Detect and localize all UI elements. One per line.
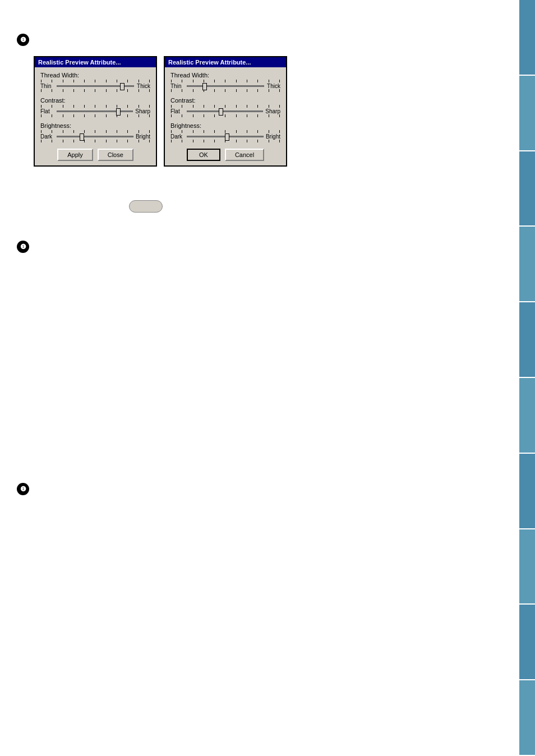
thread-left-label-left: Thin bbox=[40, 83, 54, 89]
bullet-3: ❶ bbox=[17, 483, 29, 495]
side-tab-2[interactable] bbox=[519, 76, 535, 151]
side-tab-6[interactable] bbox=[519, 378, 535, 454]
bullet-1: ❶ bbox=[17, 34, 29, 46]
thread-slider-row-right: Thin Thick bbox=[170, 83, 280, 89]
dialogs-row: Realistic Preview Attribute... Thread Wi… bbox=[34, 56, 502, 167]
brightness-label-right: Brightness: bbox=[170, 122, 280, 129]
cancel-button[interactable]: Cancel bbox=[225, 149, 264, 161]
thread-width-section-left: Thread Width: Thin Thick bbox=[40, 72, 150, 93]
brightness-label-left: Brightness: bbox=[40, 122, 150, 129]
main-content: ❶ Realistic Preview Attribute... Thread … bbox=[0, 0, 519, 756]
close-button[interactable]: Close bbox=[98, 149, 133, 161]
side-tab-8[interactable] bbox=[519, 529, 535, 605]
dialog-right-body: Thread Width: Thin Thick bbox=[165, 67, 286, 165]
brightness-section-right: Brightness: Dark Bright bbox=[170, 122, 280, 143]
brightness-right-label-right: Bright bbox=[266, 133, 280, 140]
thread-bottom-ticks-left bbox=[40, 89, 150, 93]
contrast-slider-row-right: Flat Sharp bbox=[170, 108, 280, 114]
side-tab-9[interactable] bbox=[519, 605, 535, 680]
brightness-right-label-left: Bright bbox=[136, 133, 150, 140]
dialog-left-body: Thread Width: Thin Thick bbox=[35, 67, 156, 165]
contrast-bottom-ticks-left bbox=[40, 114, 150, 118]
bullet-2: ❶ bbox=[17, 241, 29, 253]
contrast-track-right[interactable] bbox=[187, 110, 263, 112]
brightness-track-container-right[interactable] bbox=[187, 135, 264, 139]
contrast-left-label-right: Flat bbox=[170, 108, 185, 114]
brightness-track-right[interactable] bbox=[187, 136, 264, 137]
dialog-left-title: Realistic Preview Attribute... bbox=[38, 59, 121, 66]
contrast-section-right: Contrast: Flat Sharp bbox=[170, 97, 280, 118]
section-3: ❶ bbox=[17, 483, 502, 501]
brightness-track-container-left[interactable] bbox=[57, 135, 133, 139]
side-tab-7[interactable] bbox=[519, 454, 535, 529]
thread-width-section-right: Thread Width: Thin Thick bbox=[170, 72, 280, 93]
brightness-slider-row-right: Dark Bright bbox=[170, 133, 280, 140]
dialog-left-buttons: Apply Close bbox=[40, 149, 150, 161]
brightness-slider-row-left: Dark Bright bbox=[40, 133, 150, 140]
brightness-thumb-left[interactable] bbox=[80, 133, 84, 141]
brightness-left-label-right: Dark bbox=[170, 133, 185, 140]
thread-width-label-right: Thread Width: bbox=[170, 72, 280, 79]
contrast-label-left: Contrast: bbox=[40, 97, 150, 104]
side-tab-4[interactable] bbox=[519, 227, 535, 302]
brightness-thumb-right[interactable] bbox=[225, 133, 229, 141]
section-2: ❶ bbox=[17, 241, 502, 259]
contrast-thumb-right[interactable] bbox=[219, 108, 223, 116]
side-tab-1[interactable] bbox=[519, 0, 535, 76]
thread-slider-row-left: Thin Thick bbox=[40, 83, 150, 89]
apply-button[interactable]: Apply bbox=[57, 149, 93, 161]
brightness-section-left: Brightness: Dark Bright bbox=[40, 122, 150, 143]
side-tabs bbox=[519, 0, 535, 756]
brightness-bottom-ticks-left bbox=[40, 140, 150, 143]
thread-track-container-left[interactable] bbox=[57, 84, 134, 88]
contrast-track-left[interactable] bbox=[57, 110, 133, 112]
contrast-right-label-left: Sharp bbox=[135, 108, 150, 114]
brightness-track-left[interactable] bbox=[57, 136, 133, 137]
section-1: ❶ Realistic Preview Attribute... Thread … bbox=[17, 34, 502, 167]
pill-button[interactable] bbox=[129, 200, 163, 213]
thread-left-label-right: Thin bbox=[170, 83, 185, 89]
contrast-label-right: Contrast: bbox=[170, 97, 280, 104]
dialog-left-titlebar: Realistic Preview Attribute... bbox=[35, 57, 156, 67]
contrast-right-label-right: Sharp bbox=[265, 108, 280, 114]
contrast-left-label-left: Flat bbox=[40, 108, 54, 114]
thread-right-label-right: Thick bbox=[266, 83, 280, 89]
side-tab-3[interactable] bbox=[519, 151, 535, 227]
dialog-right-buttons: OK Cancel bbox=[170, 149, 280, 161]
thread-thumb-right[interactable] bbox=[202, 83, 207, 90]
thread-bottom-ticks-right bbox=[170, 89, 280, 93]
dialog-right: Realistic Preview Attribute... Thread Wi… bbox=[164, 56, 287, 167]
contrast-track-container-left[interactable] bbox=[57, 109, 133, 113]
thread-track-left[interactable] bbox=[57, 85, 134, 87]
contrast-section-left: Contrast: Flat Sharp bbox=[40, 97, 150, 118]
thread-thumb-left[interactable] bbox=[120, 83, 124, 90]
contrast-bottom-ticks-right bbox=[170, 114, 280, 118]
side-tab-5[interactable] bbox=[519, 302, 535, 378]
contrast-thumb-left[interactable] bbox=[116, 108, 121, 116]
dialog-right-title: Realistic Preview Attribute... bbox=[168, 59, 251, 66]
side-tab-10[interactable] bbox=[519, 680, 535, 756]
pill-button-area bbox=[129, 200, 502, 213]
dialog-left: Realistic Preview Attribute... Thread Wi… bbox=[34, 56, 157, 167]
thread-track-right[interactable] bbox=[187, 85, 264, 87]
brightness-left-label-left: Dark bbox=[40, 133, 54, 140]
contrast-track-container-right[interactable] bbox=[187, 109, 263, 113]
contrast-slider-row-left: Flat Sharp bbox=[40, 108, 150, 114]
ok-button[interactable]: OK bbox=[187, 149, 220, 161]
thread-width-label-left: Thread Width: bbox=[40, 72, 150, 79]
thread-track-container-right[interactable] bbox=[187, 84, 264, 88]
thread-right-label-left: Thick bbox=[136, 83, 150, 89]
dialog-right-titlebar: Realistic Preview Attribute... bbox=[165, 57, 286, 67]
